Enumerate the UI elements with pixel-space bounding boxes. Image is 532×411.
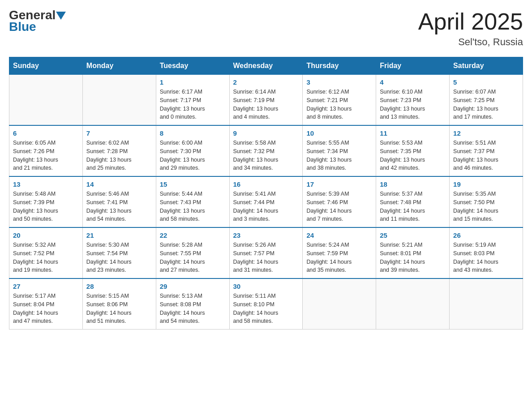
day-number: 3 — [306, 78, 372, 86]
day-number: 25 — [380, 231, 446, 239]
day-info: Sunrise: 5:11 AMSunset: 8:10 PMDaylight:… — [233, 292, 299, 325]
calendar-week-row: 13Sunrise: 5:48 AMSunset: 7:39 PMDayligh… — [9, 176, 523, 227]
day-info: Sunrise: 6:12 AMSunset: 7:21 PMDaylight:… — [306, 88, 372, 121]
day-number: 14 — [86, 180, 152, 188]
calendar-day-cell: 6Sunrise: 6:05 AMSunset: 7:26 PMDaylight… — [9, 125, 83, 176]
day-info: Sunrise: 5:24 AMSunset: 7:59 PMDaylight:… — [306, 241, 372, 274]
day-info: Sunrise: 6:14 AMSunset: 7:19 PMDaylight:… — [233, 88, 299, 121]
svg-marker-0 — [56, 12, 66, 20]
weekday-header-wednesday: Wednesday — [229, 57, 303, 75]
day-info: Sunrise: 5:28 AMSunset: 7:55 PMDaylight:… — [160, 241, 226, 274]
weekday-header-sunday: Sunday — [9, 57, 83, 75]
calendar-table: SundayMondayTuesdayWednesdayThursdayFrid… — [9, 57, 523, 330]
calendar-week-row: 1Sunrise: 6:17 AMSunset: 7:17 PMDaylight… — [9, 75, 523, 126]
calendar-day-cell: 16Sunrise: 5:41 AMSunset: 7:44 PMDayligh… — [229, 176, 303, 227]
day-info: Sunrise: 5:58 AMSunset: 7:32 PMDaylight:… — [233, 139, 299, 172]
calendar-day-cell: 11Sunrise: 5:53 AMSunset: 7:35 PMDayligh… — [376, 125, 450, 176]
calendar-day-cell: 26Sunrise: 5:19 AMSunset: 8:03 PMDayligh… — [450, 227, 523, 278]
day-info: Sunrise: 6:02 AMSunset: 7:28 PMDaylight:… — [86, 139, 152, 172]
day-number: 24 — [306, 231, 372, 239]
day-number: 27 — [13, 283, 79, 290]
weekday-header-monday: Monday — [82, 57, 156, 75]
day-info: Sunrise: 5:35 AMSunset: 7:50 PMDaylight:… — [453, 190, 519, 223]
logo: General Blue — [9, 9, 66, 34]
day-info: Sunrise: 5:13 AMSunset: 8:08 PMDaylight:… — [160, 292, 226, 325]
day-number: 8 — [160, 129, 226, 137]
day-number: 5 — [453, 78, 519, 86]
day-number: 19 — [453, 180, 519, 188]
calendar-day-cell: 23Sunrise: 5:26 AMSunset: 7:57 PMDayligh… — [229, 227, 303, 278]
calendar-day-cell: 28Sunrise: 5:15 AMSunset: 8:06 PMDayligh… — [82, 278, 156, 330]
calendar-day-cell: 8Sunrise: 6:00 AMSunset: 7:30 PMDaylight… — [156, 125, 229, 176]
day-info: Sunrise: 5:17 AMSunset: 8:04 PMDaylight:… — [13, 292, 79, 325]
calendar-day-cell: 10Sunrise: 5:55 AMSunset: 7:34 PMDayligh… — [303, 125, 376, 176]
weekday-header-friday: Friday — [376, 57, 450, 75]
day-info: Sunrise: 5:55 AMSunset: 7:34 PMDaylight:… — [306, 139, 372, 172]
day-info: Sunrise: 5:15 AMSunset: 8:06 PMDaylight:… — [86, 292, 152, 325]
day-number: 20 — [13, 231, 79, 239]
day-number: 26 — [453, 231, 519, 239]
calendar-day-cell: 18Sunrise: 5:37 AMSunset: 7:48 PMDayligh… — [376, 176, 450, 227]
calendar-day-cell: 3Sunrise: 6:12 AMSunset: 7:21 PMDaylight… — [303, 75, 376, 126]
day-info: Sunrise: 5:19 AMSunset: 8:03 PMDaylight:… — [453, 241, 519, 274]
calendar-day-cell: 7Sunrise: 6:02 AMSunset: 7:28 PMDaylight… — [82, 125, 156, 176]
logo-triangle-icon — [56, 12, 66, 20]
day-number: 1 — [160, 78, 226, 86]
calendar-day-cell: 30Sunrise: 5:11 AMSunset: 8:10 PMDayligh… — [229, 278, 303, 330]
title-block: April 2025 Sel'tso, Russia — [418, 9, 523, 48]
day-number: 21 — [86, 231, 152, 239]
day-number: 17 — [306, 180, 372, 188]
calendar-day-cell: 13Sunrise: 5:48 AMSunset: 7:39 PMDayligh… — [9, 176, 83, 227]
weekday-header-saturday: Saturday — [450, 57, 523, 75]
day-number: 11 — [380, 129, 446, 137]
calendar-day-cell: 19Sunrise: 5:35 AMSunset: 7:50 PMDayligh… — [450, 176, 523, 227]
day-info: Sunrise: 6:07 AMSunset: 7:25 PMDaylight:… — [453, 88, 519, 121]
day-number: 30 — [233, 283, 299, 290]
day-info: Sunrise: 5:46 AMSunset: 7:41 PMDaylight:… — [86, 190, 152, 223]
month-year-title: April 2025 — [418, 9, 523, 34]
day-info: Sunrise: 5:51 AMSunset: 7:37 PMDaylight:… — [453, 139, 519, 172]
day-number: 15 — [160, 180, 226, 188]
calendar-day-cell — [82, 75, 156, 126]
day-number: 22 — [160, 231, 226, 239]
calendar-week-row: 6Sunrise: 6:05 AMSunset: 7:26 PMDaylight… — [9, 125, 523, 176]
day-info: Sunrise: 6:00 AMSunset: 7:30 PMDaylight:… — [160, 139, 226, 172]
location-subtitle: Sel'tso, Russia — [418, 36, 523, 48]
calendar-day-cell: 24Sunrise: 5:24 AMSunset: 7:59 PMDayligh… — [303, 227, 376, 278]
day-number: 13 — [13, 180, 79, 188]
calendar-day-cell: 9Sunrise: 5:58 AMSunset: 7:32 PMDaylight… — [229, 125, 303, 176]
day-number: 6 — [13, 129, 79, 137]
calendar-day-cell — [303, 278, 376, 330]
calendar-day-cell: 20Sunrise: 5:32 AMSunset: 7:52 PMDayligh… — [9, 227, 83, 278]
page-header: General Blue April 2025 Sel'tso, Russia — [9, 9, 523, 48]
day-number: 23 — [233, 231, 299, 239]
day-info: Sunrise: 5:41 AMSunset: 7:44 PMDaylight:… — [233, 190, 299, 223]
day-number: 4 — [380, 78, 446, 86]
calendar-week-row: 20Sunrise: 5:32 AMSunset: 7:52 PMDayligh… — [9, 227, 523, 278]
calendar-day-cell: 1Sunrise: 6:17 AMSunset: 7:17 PMDaylight… — [156, 75, 229, 126]
day-info: Sunrise: 6:10 AMSunset: 7:23 PMDaylight:… — [380, 88, 446, 121]
day-info: Sunrise: 6:05 AMSunset: 7:26 PMDaylight:… — [13, 139, 79, 172]
calendar-day-cell: 22Sunrise: 5:28 AMSunset: 7:55 PMDayligh… — [156, 227, 229, 278]
day-info: Sunrise: 5:26 AMSunset: 7:57 PMDaylight:… — [233, 241, 299, 274]
day-info: Sunrise: 5:53 AMSunset: 7:35 PMDaylight:… — [380, 139, 446, 172]
calendar-day-cell: 2Sunrise: 6:14 AMSunset: 7:19 PMDaylight… — [229, 75, 303, 126]
day-number: 12 — [453, 129, 519, 137]
day-info: Sunrise: 5:44 AMSunset: 7:43 PMDaylight:… — [160, 190, 226, 223]
day-number: 28 — [86, 283, 152, 290]
day-number: 2 — [233, 78, 299, 86]
calendar-header-row: SundayMondayTuesdayWednesdayThursdayFrid… — [9, 57, 523, 75]
weekday-header-thursday: Thursday — [303, 57, 376, 75]
calendar-day-cell — [450, 278, 523, 330]
calendar-day-cell — [9, 75, 83, 126]
day-info: Sunrise: 5:30 AMSunset: 7:54 PMDaylight:… — [86, 241, 152, 274]
day-info: Sunrise: 6:17 AMSunset: 7:17 PMDaylight:… — [160, 88, 226, 121]
day-number: 10 — [306, 129, 372, 137]
logo-text-blue: Blue — [9, 20, 36, 34]
day-number: 16 — [233, 180, 299, 188]
calendar-day-cell: 21Sunrise: 5:30 AMSunset: 7:54 PMDayligh… — [82, 227, 156, 278]
calendar-day-cell: 4Sunrise: 6:10 AMSunset: 7:23 PMDaylight… — [376, 75, 450, 126]
day-number: 9 — [233, 129, 299, 137]
calendar-day-cell: 27Sunrise: 5:17 AMSunset: 8:04 PMDayligh… — [9, 278, 83, 330]
calendar-day-cell: 15Sunrise: 5:44 AMSunset: 7:43 PMDayligh… — [156, 176, 229, 227]
